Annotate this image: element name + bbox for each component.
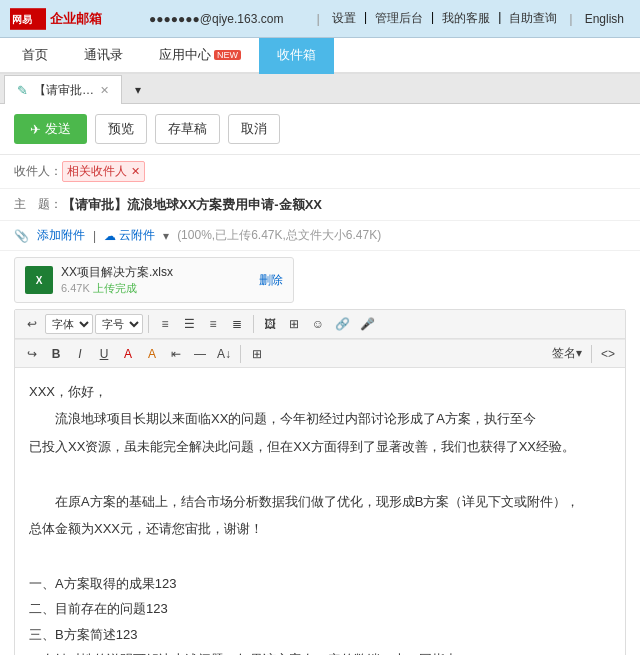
underline-button[interactable]: U bbox=[93, 345, 115, 363]
undo-button[interactable]: ↩ bbox=[21, 315, 43, 333]
editor-toolbar-row1: ↩ 字体 字号 ≡ ☰ ≡ ≣ 🖼 ⊞ ☺ 🔗 🎤 bbox=[15, 310, 625, 339]
to-value: 相关收件人 ✕ bbox=[62, 161, 626, 182]
navbar: 首页 通讯录 应用中心 NEW 收件箱 bbox=[0, 38, 640, 74]
draft-button[interactable]: 存草稿 bbox=[155, 114, 220, 144]
attach-clip-icon: 📎 bbox=[14, 229, 29, 243]
apps-badge: NEW bbox=[214, 50, 241, 60]
sep2: | bbox=[431, 10, 434, 27]
preview-button[interactable]: 预览 bbox=[95, 114, 147, 144]
file-attachment: X XX项目解决方案.xlsx 6.47K 上传完成 删除 bbox=[14, 257, 294, 303]
tab-arrow-icon: ▾ bbox=[135, 83, 141, 97]
tab-dropdown[interactable]: ▾ bbox=[122, 75, 154, 104]
toolbar-divider1 bbox=[148, 315, 149, 333]
body-list-note: （有针对性的说明可解决上述问题，如果该方案有一定的弊端，也一同指出） bbox=[29, 648, 611, 655]
image-button[interactable]: 🖼 bbox=[259, 315, 281, 333]
divider1: | bbox=[316, 11, 319, 26]
nav-apps[interactable]: 应用中心 NEW bbox=[141, 38, 259, 74]
body-spacer-2 bbox=[29, 544, 611, 567]
recipient-remove-button[interactable]: ✕ bbox=[131, 165, 140, 178]
topbar: 网易 企业邮箱 ●●●●●●●@qiye.163.com | 设置 | 管理后台… bbox=[0, 0, 640, 38]
nav-contacts-label: 通讯录 bbox=[84, 46, 123, 64]
body-list-2: 二、目前存在的问题123 bbox=[29, 597, 611, 620]
more-format-button[interactable]: ⊞ bbox=[246, 345, 268, 363]
english-link[interactable]: English bbox=[579, 12, 630, 26]
netease-logo-icon: 网易 bbox=[10, 8, 46, 30]
service-link[interactable]: 我的客服 bbox=[436, 10, 496, 27]
nav-home-label: 首页 bbox=[22, 46, 48, 64]
brand-label: 企业邮箱 bbox=[50, 10, 102, 28]
compose-tab[interactable]: ✎ 【请审批… ✕ bbox=[4, 75, 122, 104]
cloud-dropdown-icon[interactable]: ▾ bbox=[163, 229, 169, 243]
to-field-row: 收件人： 相关收件人 ✕ bbox=[0, 155, 640, 189]
nav-inbox-label: 收件箱 bbox=[277, 46, 316, 64]
sign-button[interactable]: 签名▾ bbox=[548, 343, 586, 364]
editor-toolbar-row2: ↪ B I U A A ⇤ — A↓ ⊞ 签名▾ <> bbox=[15, 339, 625, 368]
body-line-2: 已投入XX资源，虽未能完全解决此问题，但在XX方面得到了显著改善，我们也获得了X… bbox=[29, 435, 611, 458]
body-list-3: 三、B方案简述123 bbox=[29, 623, 611, 646]
voice-button[interactable]: 🎤 bbox=[356, 315, 379, 333]
file-info: XX项目解决方案.xlsx 6.47K 上传完成 bbox=[61, 264, 251, 296]
font-size-select[interactable]: 字号 bbox=[95, 314, 143, 334]
settings-link[interactable]: 设置 bbox=[326, 10, 362, 27]
file-delete-button[interactable]: 删除 bbox=[259, 272, 283, 289]
nav-contacts[interactable]: 通讯录 bbox=[66, 38, 141, 74]
body-list-1: 一、A方案取得的成果123 bbox=[29, 572, 611, 595]
attach-dropdown-icon[interactable]: | bbox=[93, 229, 96, 243]
tab-close-button[interactable]: ✕ bbox=[100, 84, 109, 97]
excel-file-icon: X bbox=[25, 266, 53, 294]
link-button[interactable]: 🔗 bbox=[331, 315, 354, 333]
align-center-button[interactable]: ☰ bbox=[178, 315, 200, 333]
editor-container: ↩ 字体 字号 ≡ ☰ ≡ ≣ 🖼 ⊞ ☺ 🔗 🎤 ↪ B I U A bbox=[14, 309, 626, 655]
body-line-4: 总体金额为XXX元，还请您宙批，谢谢！ bbox=[29, 517, 611, 540]
recipient-tag-text: 相关收件人 bbox=[67, 163, 127, 180]
sep1: | bbox=[364, 10, 367, 27]
body-line-0: XXX，你好， bbox=[29, 380, 611, 403]
highlight-button[interactable]: A bbox=[141, 345, 163, 363]
redo-button[interactable]: ↪ bbox=[21, 345, 43, 363]
align-justify-button[interactable]: ≣ bbox=[226, 315, 248, 333]
to-label: 收件人： bbox=[14, 163, 62, 180]
remove-format-button[interactable]: A↓ bbox=[213, 345, 235, 363]
font-color-button[interactable]: A bbox=[117, 345, 139, 363]
subject-field-row: 主 题： 【请审批】流浪地球XX方案费用申请-金额XX bbox=[0, 189, 640, 221]
sign-label: 签名▾ bbox=[552, 346, 582, 360]
file-upload-status: 上传完成 bbox=[93, 282, 137, 294]
admin-link[interactable]: 管理后台 bbox=[369, 10, 429, 27]
nav-apps-label: 应用中心 bbox=[159, 46, 211, 64]
compose-tab-label: 【请审批… bbox=[34, 82, 94, 99]
user-email: ●●●●●●●@qiye.163.com bbox=[122, 12, 310, 26]
align-right-button[interactable]: ≡ bbox=[202, 315, 224, 333]
toolbar-divider4 bbox=[591, 345, 592, 363]
font-family-select[interactable]: 字体 bbox=[45, 314, 93, 334]
cancel-button[interactable]: 取消 bbox=[228, 114, 280, 144]
send-label: 发送 bbox=[45, 120, 71, 138]
hr-button[interactable]: — bbox=[189, 345, 211, 363]
cloud-attachment-button[interactable]: ☁ 云附件 bbox=[104, 227, 155, 244]
subject-label: 主 题： bbox=[14, 196, 62, 213]
file-name: XX项目解决方案.xlsx bbox=[61, 264, 251, 281]
divider2: | bbox=[569, 11, 572, 26]
compose-toolbar: ✈ 发送 预览 存草稿 取消 bbox=[0, 104, 640, 155]
send-icon: ✈ bbox=[30, 122, 41, 137]
bold-button[interactable]: B bbox=[45, 345, 67, 363]
add-attachment-button[interactable]: 添加附件 bbox=[37, 227, 85, 244]
recipient-tag[interactable]: 相关收件人 ✕ bbox=[62, 161, 145, 182]
italic-button[interactable]: I bbox=[69, 345, 91, 363]
nav-home[interactable]: 首页 bbox=[4, 38, 66, 74]
body-line-1: 流浪地球项目长期以来面临XX的问题，今年初经过内部讨论形成了A方案，执行至今 bbox=[29, 407, 611, 430]
nav-inbox[interactable]: 收件箱 bbox=[259, 38, 334, 74]
table-button[interactable]: ⊞ bbox=[283, 315, 305, 333]
source-button[interactable]: <> bbox=[597, 345, 619, 363]
send-button[interactable]: ✈ 发送 bbox=[14, 114, 87, 144]
emoji-button[interactable]: ☺ bbox=[307, 315, 329, 333]
align-left-button[interactable]: ≡ bbox=[154, 315, 176, 333]
compose-tab-icon: ✎ bbox=[17, 83, 28, 98]
editor-body[interactable]: XXX，你好， 流浪地球项目长期以来面临XX的问题，今年初经过内部讨论形成了A方… bbox=[15, 368, 625, 655]
cloud-icon: ☁ bbox=[104, 229, 116, 243]
cloud-label: 云附件 bbox=[119, 227, 155, 244]
sep3: | bbox=[498, 10, 501, 27]
file-size: 6.47K bbox=[61, 282, 90, 294]
subject-value[interactable]: 【请审批】流浪地球XX方案费用申请-金额XX bbox=[62, 196, 626, 214]
indent-button[interactable]: ⇤ bbox=[165, 345, 187, 363]
query-link[interactable]: 自助查询 bbox=[503, 10, 563, 27]
